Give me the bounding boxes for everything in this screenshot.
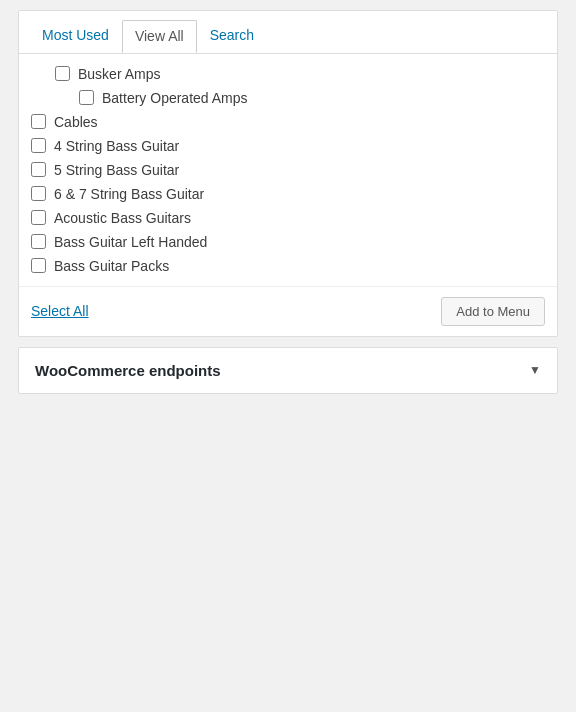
- label-battery-operated-amps[interactable]: Battery Operated Amps: [102, 90, 248, 106]
- tab-most-used[interactable]: Most Used: [29, 19, 122, 53]
- label-cables[interactable]: Cables: [54, 114, 98, 130]
- checkbox-acoustic-bass[interactable]: [31, 210, 46, 225]
- checkbox-bass-left-handed[interactable]: [31, 234, 46, 249]
- checkbox-cables[interactable]: [31, 114, 46, 129]
- checkbox-5-string-bass[interactable]: [31, 162, 46, 177]
- items-list: Busker AmpsBattery Operated AmpsCables4 …: [19, 53, 557, 286]
- label-4-string-bass[interactable]: 4 String Bass Guitar: [54, 138, 179, 154]
- list-item: 4 String Bass Guitar: [31, 134, 545, 158]
- label-5-string-bass[interactable]: 5 String Bass Guitar: [54, 162, 179, 178]
- panel-footer: Select All Add to Menu: [19, 286, 557, 336]
- list-item: Bass Guitar Left Handed: [31, 230, 545, 254]
- list-item: Cables: [31, 110, 545, 134]
- list-item: 6 & 7 String Bass Guitar: [31, 182, 545, 206]
- tab-view-all[interactable]: View All: [122, 20, 197, 54]
- add-to-menu-button[interactable]: Add to Menu: [441, 297, 545, 326]
- label-bass-left-handed[interactable]: Bass Guitar Left Handed: [54, 234, 207, 250]
- checkbox-busker-amps[interactable]: [55, 66, 70, 81]
- chevron-down-icon: ▼: [529, 363, 541, 377]
- checkbox-4-string-bass[interactable]: [31, 138, 46, 153]
- woo-section-title: WooCommerce endpoints: [35, 362, 221, 379]
- checkbox-battery-operated-amps[interactable]: [79, 90, 94, 105]
- list-item: Busker Amps: [31, 62, 545, 86]
- label-6-7-string-bass[interactable]: 6 & 7 String Bass Guitar: [54, 186, 204, 202]
- label-busker-amps[interactable]: Busker Amps: [78, 66, 160, 82]
- label-bass-packs[interactable]: Bass Guitar Packs: [54, 258, 169, 274]
- select-all-button[interactable]: Select All: [31, 303, 89, 319]
- label-acoustic-bass[interactable]: Acoustic Bass Guitars: [54, 210, 191, 226]
- woocommerce-section[interactable]: WooCommerce endpoints ▼: [18, 347, 558, 394]
- tab-search[interactable]: Search: [197, 19, 267, 53]
- list-item: Battery Operated Amps: [31, 86, 545, 110]
- list-item: Bass Guitar Packs: [31, 254, 545, 278]
- list-item: Acoustic Bass Guitars: [31, 206, 545, 230]
- tabs-bar: Most UsedView AllSearch: [19, 11, 557, 53]
- list-item: 5 String Bass Guitar: [31, 158, 545, 182]
- checkbox-bass-packs[interactable]: [31, 258, 46, 273]
- checkbox-6-7-string-bass[interactable]: [31, 186, 46, 201]
- menu-panel: Most UsedView AllSearch Busker AmpsBatte…: [18, 10, 558, 337]
